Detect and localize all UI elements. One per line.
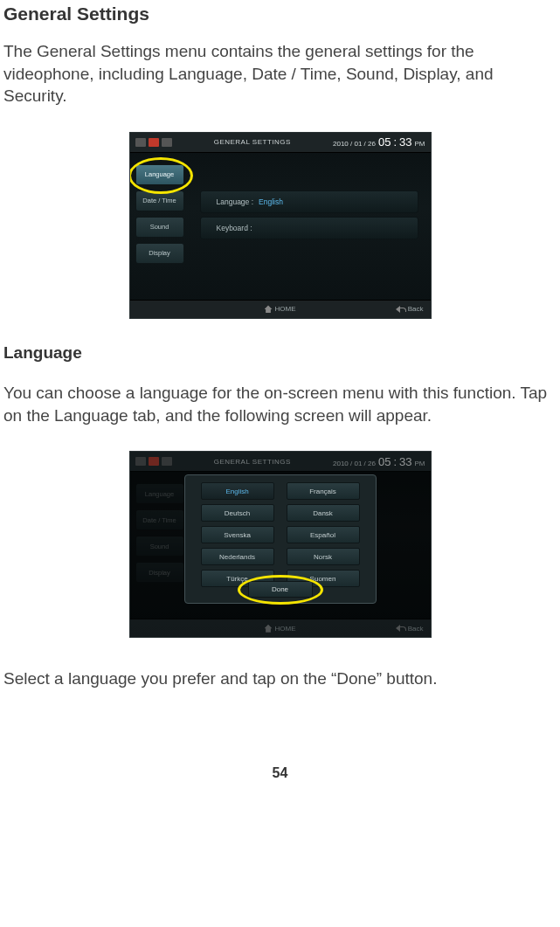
language-popup: English Français Deutsch Dansk Svenska E…	[184, 474, 377, 604]
status-icon	[149, 457, 159, 466]
language-option-norsk[interactable]: Norsk	[287, 548, 360, 565]
language-option-francais[interactable]: Français	[287, 482, 360, 500]
row-label: Language :	[217, 197, 254, 206]
status-icon	[149, 138, 159, 147]
language-option-svenska[interactable]: Svenska	[201, 526, 274, 543]
figure-1: GENERAL SETTINGS 2010 / 01 / 26 05 : 33 …	[3, 132, 557, 319]
tab-sound[interactable]: Sound	[135, 217, 184, 238]
status-clock: 2010 / 01 / 26 05 : 33 PM	[333, 135, 425, 149]
status-clock: 2010 / 01 / 26 05 : 33 PM	[333, 455, 425, 468]
back-button[interactable]: Back	[396, 305, 424, 313]
home-icon	[265, 305, 273, 313]
row-language[interactable]: Language : English	[200, 190, 418, 213]
row-keyboard[interactable]: Keyboard :	[200, 217, 418, 239]
intro-text: The General Settings menu contains the g…	[3, 40, 557, 107]
status-bar: GENERAL SETTINGS 2010 / 01 / 26 05 : 33 …	[130, 133, 431, 153]
home-button[interactable]: HOME	[265, 625, 296, 633]
page-title: General Settings	[3, 3, 557, 24]
language-option-espanol[interactable]: Español	[287, 526, 360, 543]
closing-text: Select a language you prefer and tap on …	[3, 668, 557, 690]
row-label: Keyboard :	[217, 224, 252, 232]
home-icon	[265, 625, 273, 633]
status-icon	[162, 138, 172, 147]
tab-display[interactable]: Display	[135, 243, 184, 264]
bottom-bar: HOME Back	[130, 300, 431, 318]
language-option-nederlands[interactable]: Nederlands	[201, 548, 274, 565]
language-option-english[interactable]: English	[201, 482, 274, 500]
done-button[interactable]: Done	[248, 581, 313, 598]
device-screen-1: GENERAL SETTINGS 2010 / 01 / 26 05 : 33 …	[129, 132, 432, 319]
language-option-dansk[interactable]: Dansk	[287, 504, 360, 522]
status-title: GENERAL SETTINGS	[214, 458, 291, 466]
bottom-bar: HOME Back	[130, 619, 431, 637]
section-text-language: You can choose a language for the on-scr…	[3, 382, 557, 426]
status-icon	[162, 457, 172, 466]
row-value: English	[259, 197, 283, 206]
back-button[interactable]: Back	[396, 625, 424, 633]
tab-language[interactable]: Language	[135, 164, 184, 185]
figure-2: GENERAL SETTINGS 2010 / 01 / 26 05 : 33 …	[3, 451, 557, 638]
status-icon	[135, 457, 146, 466]
back-icon	[396, 625, 406, 632]
language-option-deutsch[interactable]: Deutsch	[201, 504, 274, 522]
status-bar: GENERAL SETTINGS 2010 / 01 / 26 05 : 33 …	[130, 452, 431, 472]
tab-date-time[interactable]: Date / Time	[135, 190, 184, 211]
status-title: GENERAL SETTINGS	[214, 138, 291, 146]
home-button[interactable]: HOME	[265, 305, 296, 313]
section-title-language: Language	[3, 343, 557, 363]
back-icon	[396, 306, 406, 313]
page-number: 54	[3, 765, 557, 781]
status-icon	[135, 138, 146, 147]
device-screen-2: GENERAL SETTINGS 2010 / 01 / 26 05 : 33 …	[129, 451, 432, 638]
